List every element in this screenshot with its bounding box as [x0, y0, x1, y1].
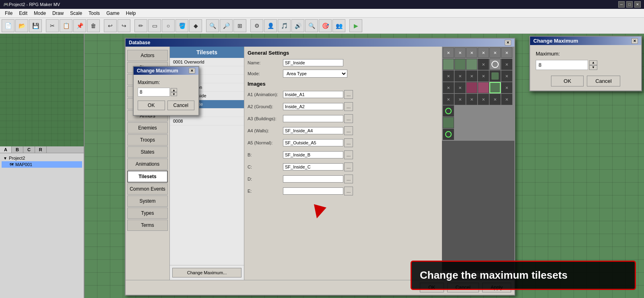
tree-item-map001[interactable]: 🗺 MAP001 — [2, 161, 82, 168]
a5-input[interactable] — [283, 139, 343, 146]
tb-char1[interactable]: 👤 — [264, 19, 277, 32]
tc-22[interactable]: ✕ — [478, 94, 489, 105]
menu-tools[interactable]: Tools — [85, 10, 103, 17]
minimize-btn[interactable]: ─ — [618, 1, 625, 8]
tc-15[interactable] — [466, 82, 477, 93]
tc-18[interactable]: ✕ — [501, 82, 512, 93]
tb-redo[interactable]: ↪ — [118, 19, 130, 32]
tb-char4[interactable]: 🔍 — [305, 19, 318, 32]
map-tab-b[interactable]: B — [12, 146, 23, 153]
close-btn[interactable]: ✕ — [634, 1, 641, 8]
tb-settings[interactable]: ⚙ — [250, 19, 263, 32]
small-ok-btn[interactable]: OK — [138, 101, 165, 110]
map-tab-a[interactable]: A — [0, 146, 12, 153]
large-ok-btn[interactable]: OK — [551, 76, 584, 86]
e-browse-btn[interactable]: … — [344, 187, 353, 195]
tileview-x3[interactable]: ✕ — [466, 47, 477, 58]
tb-zoom-in[interactable]: 🔍 — [206, 19, 219, 32]
large-cancel-btn[interactable]: Cancel — [587, 76, 620, 86]
tc-27[interactable] — [443, 129, 454, 140]
tc-11[interactable] — [489, 70, 501, 82]
tb-save[interactable]: 💾 — [29, 19, 42, 32]
tileview-x2[interactable]: ✕ — [454, 47, 466, 58]
tree-item-project[interactable]: ▼ Project2 — [2, 155, 82, 161]
tileview-x5[interactable]: ✕ — [489, 47, 501, 58]
tb-delete[interactable]: 🗑 — [87, 19, 100, 32]
tc-7[interactable]: ✕ — [443, 70, 454, 82]
sidebar-item-animations[interactable]: Animations — [127, 158, 168, 170]
tc-26[interactable] — [443, 117, 454, 128]
tb-open[interactable]: 📂 — [15, 19, 28, 32]
sidebar-item-system[interactable]: System — [127, 195, 168, 207]
tileview-x4[interactable]: ✕ — [478, 47, 489, 58]
tb-char3[interactable]: 🔊 — [291, 19, 304, 32]
sidebar-item-troops[interactable]: Troops — [127, 134, 168, 146]
sidebar-item-common-events[interactable]: Common Events — [127, 183, 168, 195]
map-tab-r[interactable]: R — [35, 146, 47, 153]
a3-input[interactable] — [283, 115, 343, 122]
sidebar-item-states[interactable]: States — [127, 146, 168, 158]
tc-20[interactable]: ✕ — [454, 94, 466, 105]
tc-17-selected[interactable] — [489, 82, 501, 93]
a4-browse-btn[interactable]: … — [344, 126, 353, 135]
name-input[interactable] — [283, 59, 343, 66]
c-browse-btn[interactable]: … — [344, 162, 353, 171]
a1-input[interactable] — [283, 91, 343, 98]
tileview-x6[interactable]: ✕ — [501, 47, 512, 58]
tb-char2[interactable]: 🎵 — [278, 19, 291, 32]
tileset-item-0008[interactable]: 0008 — [170, 117, 244, 125]
sidebar-item-terms[interactable]: Terms — [127, 220, 168, 231]
large-max-input[interactable] — [536, 60, 588, 70]
tb-copy[interactable]: 📋 — [60, 19, 72, 32]
tc-10[interactable]: ✕ — [478, 70, 489, 82]
tileview-x1[interactable]: ✕ — [443, 47, 454, 58]
maximize-btn[interactable]: □ — [626, 1, 633, 8]
menu-scale[interactable]: Scale — [67, 10, 85, 17]
a2-browse-btn[interactable]: … — [344, 102, 353, 111]
tb-char6[interactable]: 👥 — [332, 19, 345, 32]
tc-5[interactable] — [489, 59, 501, 70]
database-dialog-close[interactable]: ✕ — [505, 40, 511, 45]
tb-rect[interactable]: ▭ — [148, 19, 161, 32]
sidebar-item-enemies[interactable]: Enemies — [127, 122, 168, 134]
map-tab-c[interactable]: C — [23, 146, 35, 153]
tc-16[interactable] — [478, 82, 489, 93]
b-browse-btn[interactable]: … — [344, 150, 353, 159]
a3-browse-btn[interactable]: … — [344, 114, 353, 123]
a1-browse-btn[interactable]: … — [344, 90, 353, 99]
a2-input[interactable] — [283, 103, 343, 110]
tb-paste[interactable]: 📌 — [73, 19, 86, 32]
tc-2[interactable] — [454, 59, 466, 70]
tc-23[interactable]: ✕ — [489, 94, 501, 105]
b-input[interactable] — [283, 151, 343, 158]
spinner-down[interactable]: ▼ — [171, 92, 177, 96]
tc-13[interactable]: ✕ — [443, 82, 454, 93]
menu-file[interactable]: File — [2, 10, 16, 17]
tb-play[interactable]: ▶ — [349, 19, 362, 32]
large-spinner-up[interactable]: ▲ — [589, 60, 597, 65]
large-dialog-close[interactable]: ✕ — [632, 38, 638, 44]
d-browse-btn[interactable]: … — [344, 175, 353, 183]
tc-3[interactable] — [466, 59, 477, 70]
edit-area[interactable]: Database ✕ Actors Classes Skills Items W… — [85, 34, 644, 298]
tc-1[interactable] — [443, 59, 454, 70]
tileset-item-0001[interactable]: 0001 Overworld — [170, 58, 244, 66]
tc-19[interactable]: ✕ — [443, 94, 454, 105]
tb-shadow[interactable]: ◆ — [189, 19, 202, 32]
sidebar-item-actors[interactable]: Actors — [127, 50, 168, 61]
tc-8[interactable]: ✕ — [454, 70, 466, 82]
tc-25[interactable] — [443, 105, 454, 117]
menu-draw[interactable]: Draw — [49, 10, 67, 17]
tc-24[interactable]: ✕ — [501, 94, 512, 105]
tc-21[interactable]: ✕ — [466, 94, 477, 105]
sidebar-item-tilesets[interactable]: Tilesets — [127, 171, 168, 183]
tb-zoom-100[interactable]: ⊞ — [233, 19, 246, 32]
tc-9[interactable]: ✕ — [466, 70, 477, 82]
list-change-max-btn[interactable]: Change Maximum... — [172, 268, 242, 277]
e-input[interactable] — [283, 187, 343, 195]
c-input[interactable] — [283, 163, 343, 171]
small-dialog-close[interactable]: ✕ — [189, 68, 195, 74]
menu-help[interactable]: Help — [123, 10, 139, 17]
small-max-input[interactable] — [138, 88, 170, 97]
a5-browse-btn[interactable]: … — [344, 138, 353, 147]
